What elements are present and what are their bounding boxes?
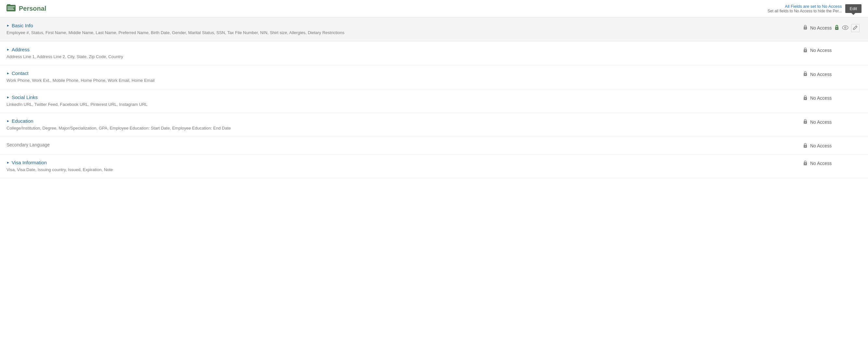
svg-point-17 (805, 98, 806, 99)
section-access-contact: No Access (803, 70, 862, 77)
chevron-icon: ► (6, 71, 10, 75)
chevron-icon: ► (6, 119, 10, 123)
header-text-area: All Fields are set to No Access Set all … (768, 4, 842, 13)
lock-icon-contact (803, 71, 808, 77)
row-action-icons (834, 23, 860, 32)
section-title-basic-info[interactable]: ► Basic Info (6, 23, 803, 28)
section-title-contact[interactable]: ► Contact (6, 70, 803, 76)
section-access-social-links: No Access (803, 95, 862, 101)
lock-icon-visa-information (803, 160, 808, 167)
section-title-label: Address (12, 47, 30, 52)
svg-point-11 (845, 27, 846, 28)
access-label-secondary-language: No Access (810, 143, 832, 148)
all-fields-subtext: Set all fields to No Access to hide the … (768, 9, 842, 13)
page-header: Personal All Fields are set to No Access… (0, 0, 868, 18)
page-title: Personal (19, 5, 46, 12)
section-title-label: Visa Information (12, 160, 47, 165)
section-title-label: Basic Info (12, 23, 33, 28)
chevron-icon: ► (6, 48, 10, 51)
lock-icon-education (803, 119, 808, 125)
access-label-education: No Access (810, 120, 832, 125)
lock-icon-social-links (803, 95, 808, 101)
section-fields-basic-info: Employee #, Status, First Name, Middle N… (6, 30, 803, 36)
chevron-icon: ► (6, 95, 10, 99)
section-fields-education: College/Institution, Degree, Major/Speci… (6, 125, 803, 132)
section-fields-visa-information: Visa, Visa:Date, Issuing country, Issued… (6, 167, 803, 173)
page-title-area: Personal (6, 4, 46, 13)
section-row-address: ► Address Address Line 1, Address Line 2… (0, 41, 868, 66)
section-title-label: Social Links (12, 95, 38, 100)
section-access-secondary-language: No Access (803, 142, 862, 149)
section-access-education: No Access (803, 118, 862, 125)
svg-rect-3 (7, 8, 13, 8)
svg-point-21 (805, 145, 806, 146)
chevron-icon: ► (6, 161, 10, 164)
svg-point-19 (805, 122, 806, 123)
section-list: ► Basic Info Employee #, Status, First N… (0, 18, 868, 178)
section-fields-contact: Work Phone, Work Ext., Mobile Phone, Hom… (6, 77, 803, 84)
access-label-visa-information: No Access (810, 161, 832, 166)
section-simple-title-secondary-language: Secondary Language (6, 142, 803, 147)
section-row-education: ► Education College/Institution, Degree,… (0, 113, 868, 137)
svg-point-8 (836, 28, 837, 29)
eye-icon[interactable] (842, 25, 848, 31)
section-row-social-links: ► Social Links LinkedIn URL, Twitter Fee… (0, 89, 868, 113)
section-row-contact: ► Contact Work Phone, Work Ext., Mobile … (0, 65, 868, 89)
lock-icon-basic-info (803, 25, 808, 31)
section-title-visa-information[interactable]: ► Visa Information (6, 160, 803, 165)
section-row-secondary-language: Secondary Language No Access (0, 137, 868, 155)
svg-point-23 (805, 163, 806, 164)
section-access-address: No Access (803, 47, 862, 54)
section-row-basic-info: ► Basic Info Employee #, Status, First N… (0, 18, 868, 41)
all-fields-link[interactable]: All Fields are set to No Access (768, 4, 842, 9)
section-content-contact: ► Contact Work Phone, Work Ext., Mobile … (6, 70, 803, 84)
section-row-visa-information: ► Visa Information Visa, Visa:Date, Issu… (0, 155, 868, 178)
access-label-basic-info: No Access (810, 25, 832, 31)
svg-rect-1 (7, 4, 10, 6)
section-fields-social-links: LinkedIn URL, Twitter Feed, Facebook URL… (6, 101, 803, 108)
access-label-contact: No Access (810, 72, 832, 77)
access-label-address: No Access (810, 48, 832, 53)
svg-point-6 (805, 28, 806, 29)
lock-green-icon[interactable] (834, 25, 839, 32)
svg-rect-2 (7, 6, 14, 7)
section-content-basic-info: ► Basic Info Employee #, Status, First N… (6, 23, 803, 36)
chevron-icon: ► (6, 24, 10, 27)
edit-button[interactable]: Edit (845, 4, 862, 13)
svg-point-15 (805, 74, 806, 75)
lock-icon-secondary-language (803, 143, 808, 149)
section-content-address: ► Address Address Line 1, Address Line 2… (6, 47, 803, 60)
section-title-label: Education (12, 118, 33, 124)
section-access-visa-information: No Access (803, 160, 862, 167)
section-access-basic-info: No Access (803, 23, 862, 32)
section-title-label: Contact (12, 70, 29, 76)
access-label-social-links: No Access (810, 95, 832, 101)
page-icon (6, 4, 16, 13)
section-content-visa-information: ► Visa Information Visa, Visa:Date, Issu… (6, 160, 803, 173)
section-content-social-links: ► Social Links LinkedIn URL, Twitter Fee… (6, 95, 803, 108)
header-right: All Fields are set to No Access Set all … (768, 4, 862, 13)
section-content-education: ► Education College/Institution, Degree,… (6, 118, 803, 132)
svg-point-13 (805, 50, 806, 51)
section-content-secondary-language: Secondary Language (6, 142, 803, 147)
pencil-icon[interactable] (851, 24, 860, 32)
section-title-education[interactable]: ► Education (6, 118, 803, 124)
svg-rect-4 (7, 9, 14, 10)
section-title-address[interactable]: ► Address (6, 47, 803, 52)
section-fields-address: Address Line 1, Address Line 2, City, St… (6, 54, 803, 60)
section-title-social-links[interactable]: ► Social Links (6, 95, 803, 100)
lock-icon-address (803, 47, 808, 54)
